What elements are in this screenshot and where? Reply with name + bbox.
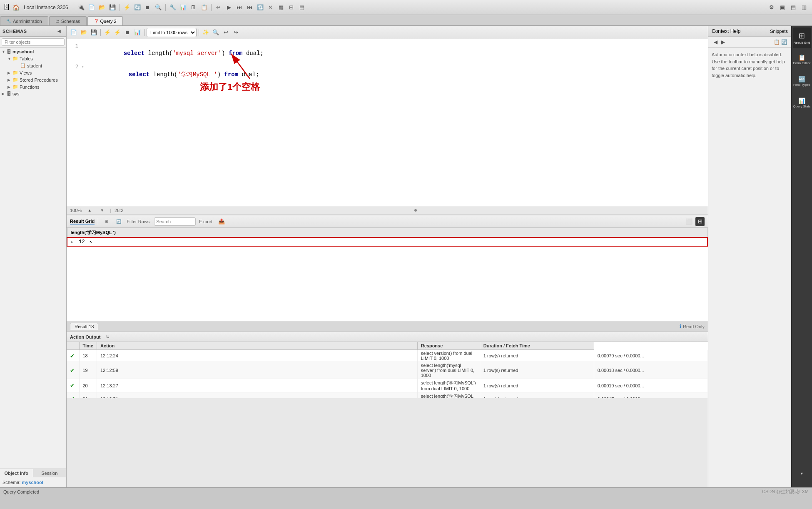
nav-copy-btn[interactable]: 📋 (773, 38, 780, 46)
toolbar-btn-1[interactable]: ⚡ (122, 3, 132, 12)
toolbar-btn-2[interactable]: 🔄 (133, 3, 142, 12)
sidebar-item-tables[interactable]: ▼ 📁 Tables (0, 55, 66, 62)
toolbar-btn-17[interactable]: ▤ (297, 3, 306, 12)
toolbar-layout3[interactable]: ▥ (800, 3, 809, 12)
result-tab-item-13[interactable]: Result 13 (70, 323, 98, 330)
result-cell-value[interactable]: ▶ 12 ↖ (67, 237, 707, 246)
status-bar: Query Completed CSDN @生如夏花LXM (0, 487, 812, 496)
result-grid-view-btn[interactable]: ⊞ (695, 217, 705, 226)
right-icon-scroll-down[interactable]: ▼ (793, 463, 811, 484)
zoom-up-btn[interactable]: ▲ (85, 206, 94, 215)
toolbar-new-conn[interactable]: 🔌 (77, 3, 86, 12)
toolbar-btn-5[interactable]: 🔧 (168, 3, 177, 12)
nav-refresh-btn[interactable]: 🔄 (780, 38, 788, 46)
readonly-label: Read Only (683, 324, 705, 329)
query-sep-3 (199, 29, 199, 36)
toolbar-btn-4[interactable]: 🔍 (154, 3, 163, 12)
result-right: ⬜ ⊞ (685, 217, 705, 226)
result-tab-bar: Result 13 ℹ Read Only (67, 321, 708, 332)
result-form-btn[interactable]: ⊞ (102, 217, 111, 226)
toolbar-btn-13[interactable]: 🔃 (256, 3, 265, 12)
zoom-down-btn[interactable]: ▼ (97, 206, 107, 215)
action-action-cell: select length('学习MySQL') from dual LIMIT… (417, 379, 480, 392)
query-save[interactable]: 💾 (89, 28, 98, 37)
export-btn[interactable]: 📤 (217, 217, 226, 226)
app-icon: 🗄 (3, 4, 10, 11)
toolbar-save[interactable]: 💾 (108, 3, 117, 12)
sidebar-item-sys[interactable]: ▶ 🗄 sys (0, 90, 66, 97)
sidebar-tab-session[interactable]: Session (33, 469, 67, 477)
right-icon-result-grid[interactable]: ⊞ Result Grid (793, 27, 811, 48)
toolbar-settings[interactable]: ⚙ (767, 3, 776, 12)
result-col-header: length('学习MySQL ') (67, 228, 707, 238)
query-find[interactable]: 🔍 (211, 28, 220, 37)
limit-rows-select[interactable]: Limit to 1000 rows Limit to 500 rows Don… (147, 28, 197, 37)
action-table-row: ✔ 19 12:12:59 select length('mysql serve… (67, 362, 708, 379)
query-redo[interactable]: ↪ (231, 28, 240, 37)
line-code-1: select length('mysql server') from dual; (82, 42, 708, 63)
right-icon-form-editor[interactable]: 📋 Form Editor (793, 49, 811, 70)
toolbar-layout1[interactable]: ▣ (778, 3, 787, 12)
status-ok-icon: ✔ (70, 382, 75, 389)
result-refresh-btn[interactable]: 🔄 (114, 217, 123, 226)
sidebar-item-label-views: Views (20, 70, 32, 75)
toolbar-btn-15[interactable]: ▩ (276, 3, 286, 12)
toolbar-btn-12[interactable]: ⏮ (245, 3, 254, 12)
query-explain[interactable]: 📊 (133, 28, 142, 37)
right-icon-field-types[interactable]: 🔤 Field Types (793, 71, 811, 92)
tab-administration[interactable]: 🔧 Administration (0, 16, 48, 25)
nav-prev-btn[interactable]: ◀ (712, 38, 719, 46)
query-execute-line[interactable]: ⚡ (113, 28, 122, 37)
query-open-file[interactable]: 📂 (79, 28, 88, 37)
status-dot (414, 209, 417, 212)
toolbar-btn-7[interactable]: 🗓 (189, 3, 198, 12)
sidebar-item-views[interactable]: ▶ 📁 Views (0, 69, 66, 76)
sidebar-item-label-tables: Tables (20, 56, 33, 61)
action-response-cell: 1 row(s) returned (480, 392, 594, 399)
query-new-file[interactable]: 📄 (69, 28, 78, 37)
schema-name: myschool (22, 480, 43, 485)
toolbar-btn-9[interactable]: ↩ (214, 3, 223, 12)
action-time-cell: 12:13:27 (97, 379, 417, 392)
form-editor-icon: 📋 (798, 54, 805, 61)
toolbar-layout2[interactable]: ▤ (789, 3, 798, 12)
query-execute[interactable]: ⚡ (103, 28, 112, 37)
result-grid[interactable]: length('学习MySQL ') ▶ 12 ↖ (67, 228, 708, 321)
result-grid-tab[interactable]: Result Grid (70, 219, 95, 225)
tab-schemas-label: Schemas (61, 19, 80, 24)
filter-rows-input[interactable] (154, 217, 196, 226)
sidebar-filter-input[interactable] (2, 38, 65, 46)
toolbar-btn-6[interactable]: 📊 (179, 3, 188, 12)
query-undo[interactable]: ↩ (221, 28, 230, 37)
toolbar-btn-16[interactable]: ⊟ (287, 3, 296, 12)
action-col-duration: Duration / Fetch Time (480, 342, 594, 350)
toolbar-btn-3[interactable]: ⏹ (143, 3, 152, 12)
sidebar-item-functions[interactable]: ▶ 📁 Functions (0, 83, 66, 90)
sidebar-item-student[interactable]: ▶ 📋 student (0, 62, 66, 69)
right-icon-query-stats[interactable]: 📊 Query Stats (793, 92, 811, 113)
sidebar-filter (0, 37, 66, 47)
action-col-action: Action (97, 342, 417, 350)
action-output-sort-btn[interactable]: ⇅ (103, 332, 112, 342)
toolbar-btn-11[interactable]: ⏭ (235, 3, 244, 12)
toolbar-new-query[interactable]: 📄 (87, 3, 96, 12)
sidebar-collapse-btn[interactable]: ◀ (55, 27, 64, 36)
toolbar-btn-14[interactable]: ✕ (266, 3, 275, 12)
toolbar-btn-8[interactable]: 📋 (199, 3, 209, 12)
tab-query2[interactable]: ❓ Query 2 (87, 16, 123, 25)
sidebar-item-myschool[interactable]: ▼ 🗄 myschool (0, 48, 66, 55)
tab-schemas[interactable]: 🗂 Schemas (49, 16, 87, 25)
sidebar-tab-object-info[interactable]: Object Info (0, 469, 33, 477)
result-expand-btn[interactable]: ⬜ (685, 217, 694, 226)
action-col-response: Response (417, 342, 480, 350)
nav-next-btn[interactable]: ▶ (719, 38, 727, 46)
query-stop[interactable]: ⏹ (123, 28, 132, 37)
query-beautify[interactable]: ✨ (201, 28, 210, 37)
toolbar-btn-10[interactable]: ▶ (224, 3, 234, 12)
action-action-cell: select length('学习MySQL ') from dual LIMI… (417, 392, 480, 399)
result-pane: Result Grid ⊞ 🔄 Filter Rows: Export: 📤 ⬜… (67, 215, 708, 332)
editor-area[interactable]: 1 select length('mysql server') from dua… (67, 39, 708, 206)
toolbar-open[interactable]: 📂 (97, 3, 107, 12)
sidebar-header: SCHEMAS ◀ (0, 26, 66, 37)
sidebar-item-stored-procedures[interactable]: ▶ 📁 Stored Procedures (0, 76, 66, 83)
